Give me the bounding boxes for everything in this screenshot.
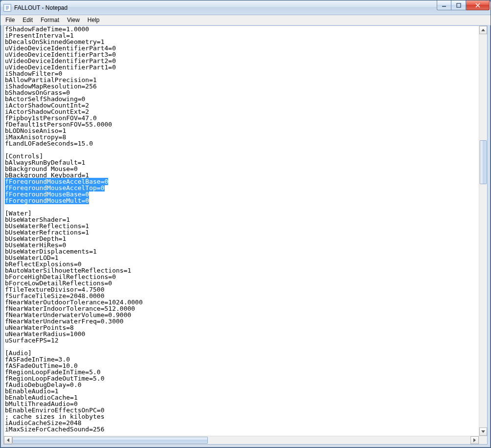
- menu-format[interactable]: Format: [37, 15, 63, 25]
- horizontal-scroll-track[interactable]: [12, 436, 470, 444]
- text-editor[interactable]: fShadowFadeTime=1.0000iPresentInterval=1…: [4, 26, 479, 436]
- vertical-scroll-track[interactable]: [479, 34, 487, 427]
- notepad-window: FALLOUT - Notepad File Edit Format View …: [0, 0, 491, 448]
- text-line[interactable]: fAudioDebugDelay=0.0: [5, 382, 478, 388]
- minimize-button[interactable]: [437, 0, 451, 10]
- text-line[interactable]: bUseWaterRefractions=1: [5, 229, 478, 235]
- editor-wrap: fShadowFadeTime=1.0000iPresentInterval=1…: [4, 26, 487, 444]
- text-line[interactable]: iMaxSizeForCachedSound=256: [5, 426, 478, 432]
- text-line[interactable]: [Audio]: [5, 350, 478, 356]
- close-button[interactable]: [466, 0, 490, 10]
- window-controls: [437, 0, 490, 15]
- notepad-icon: [3, 4, 11, 12]
- text-line[interactable]: uNearWaterRadius=1000: [5, 331, 478, 337]
- window-title: FALLOUT - Notepad: [14, 4, 67, 11]
- scroll-corner: [479, 436, 487, 444]
- titlebar[interactable]: FALLOUT - Notepad: [0, 0, 491, 15]
- menu-view[interactable]: View: [63, 15, 84, 25]
- text-line[interactable]: [Water]: [5, 210, 478, 216]
- scroll-up-button[interactable]: [479, 26, 487, 34]
- vertical-scrollbar[interactable]: [479, 26, 487, 436]
- text-line[interactable]: fForegroundMouseMult=0: [5, 197, 478, 204]
- vertical-scroll-thumb[interactable]: [480, 140, 487, 184]
- maximize-button[interactable]: [451, 0, 466, 10]
- text-line[interactable]: fNearWaterUnderwaterFreq=0.3000: [5, 318, 478, 324]
- client-area: fShadowFadeTime=1.0000iPresentInterval=1…: [3, 25, 488, 445]
- text-line[interactable]: fDefault1stPersonFOV=55.0000: [5, 121, 478, 128]
- svg-rect-6: [457, 3, 461, 7]
- text-line[interactable]: uSurfaceFPS=12: [5, 337, 478, 343]
- menu-edit[interactable]: Edit: [19, 15, 37, 25]
- text-line[interactable]: fLandLOFadeSeconds=15.0: [5, 140, 478, 147]
- horizontal-scroll-thumb[interactable]: [12, 437, 208, 444]
- menu-help[interactable]: Help: [84, 15, 104, 25]
- text-line[interactable]: fShadowFadeTime=1.0000: [5, 26, 478, 32]
- text-line[interactable]: bLODNoiseAniso=1: [5, 128, 478, 134]
- svg-rect-5: [442, 6, 446, 7]
- horizontal-scrollbar[interactable]: [4, 436, 479, 444]
- scroll-left-button[interactable]: [4, 436, 12, 444]
- text-line[interactable]: [5, 204, 478, 210]
- text-line[interactable]: [5, 343, 478, 350]
- text-line[interactable]: [5, 147, 478, 153]
- menu-file[interactable]: File: [1, 15, 19, 25]
- menubar: File Edit Format View Help: [0, 15, 491, 25]
- text-line[interactable]: iShadowMapResolution=256: [5, 83, 478, 89]
- text-line[interactable]: bUseWaterDepth=1: [5, 235, 478, 242]
- text-line[interactable]: bUseWaterDisplacements=1: [5, 248, 478, 255]
- scroll-down-button[interactable]: [479, 427, 487, 436]
- scroll-right-button[interactable]: [470, 436, 479, 444]
- text-line[interactable]: uVideoDeviceIdentifierPart1=0: [5, 64, 478, 70]
